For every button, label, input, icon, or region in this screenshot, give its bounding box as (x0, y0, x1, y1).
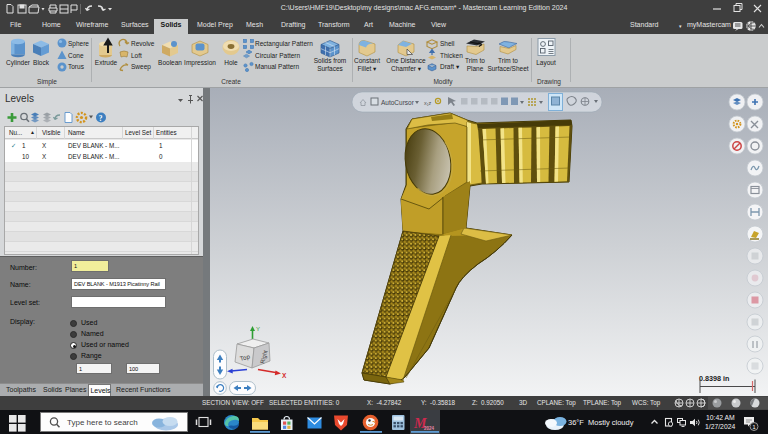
svg-text:AutoCursor: AutoCursor (381, 99, 415, 106)
svg-text:Y: Y (256, 326, 260, 332)
svg-text:X: X (282, 372, 287, 379)
svg-text:0.8398 in: 0.8398 in (699, 374, 729, 383)
svg-text:x₁z: x₁z (424, 100, 432, 106)
svg-text:2024: 2024 (424, 426, 435, 431)
svg-text:?: ? (99, 114, 103, 123)
svg-text:1: 1 (753, 424, 756, 430)
